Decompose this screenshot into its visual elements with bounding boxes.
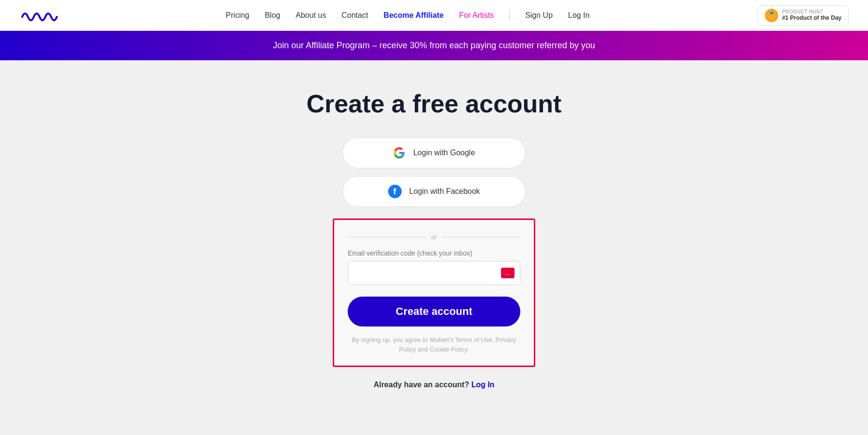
- product-hunt-badge[interactable]: 🏅 PRODUCT HUNT #1 Product of the Day: [758, 5, 849, 26]
- affiliate-banner[interactable]: Join our Affiliate Program – receive 30%…: [0, 31, 868, 60]
- logo[interactable]: [19, 6, 58, 25]
- navbar: Pricing Blog About us Contact Become Aff…: [0, 0, 868, 31]
- main-content: Create a free account Login with Google …: [0, 60, 868, 435]
- ph-title: #1 Product of the Day: [782, 14, 841, 21]
- nav-contact[interactable]: Contact: [341, 11, 368, 20]
- google-icon: [393, 147, 406, 159]
- nav-signup[interactable]: Sign Up: [525, 11, 553, 20]
- login-link-label: Log In: [471, 381, 494, 389]
- create-account-button[interactable]: Create account: [348, 297, 520, 326]
- or-line-left: [348, 237, 425, 237]
- nav-blog[interactable]: Blog: [265, 11, 280, 20]
- already-label: Already have an account?: [374, 381, 469, 389]
- page-title: Create a free account: [307, 89, 562, 118]
- facebook-icon: f: [388, 185, 402, 198]
- nav-links: Pricing Blog About us Contact Become Aff…: [226, 11, 589, 20]
- nav-login[interactable]: Log In: [568, 11, 589, 20]
- banner-text: Join our Affiliate Program – receive 30%…: [273, 41, 595, 50]
- nav-divider: [509, 11, 510, 20]
- nav-artists[interactable]: For Artists: [459, 11, 494, 20]
- facebook-login-label: Login with Facebook: [409, 187, 480, 196]
- terms-text: By signing up, you agree to Mubert's Ter…: [348, 335, 520, 354]
- nav-affiliate[interactable]: Become Affiliate: [383, 11, 444, 20]
- google-login-button[interactable]: Login with Google: [342, 137, 526, 168]
- facebook-login-button[interactable]: f Login with Facebook: [342, 176, 526, 207]
- or-divider: or: [348, 233, 520, 241]
- ph-label: PRODUCT HUNT: [782, 9, 841, 14]
- nav-pricing[interactable]: Pricing: [226, 11, 249, 20]
- email-input-wrap: ...: [348, 261, 520, 285]
- google-login-label: Login with Google: [413, 149, 475, 157]
- sms-icon: ...: [501, 268, 515, 278]
- email-input[interactable]: [348, 261, 520, 285]
- ph-text: PRODUCT HUNT #1 Product of the Day: [782, 9, 841, 21]
- or-line-right: [443, 237, 520, 237]
- or-text: or: [431, 233, 437, 241]
- already-account-text: Already have an account? Log In: [374, 381, 495, 389]
- create-account-label: Create account: [396, 305, 473, 317]
- login-link[interactable]: Log In: [471, 381, 494, 389]
- icon-dots: ...: [505, 271, 510, 276]
- email-form-container: or Email verification code (check your i…: [333, 218, 535, 367]
- medal-icon: 🏅: [765, 9, 778, 22]
- nav-about[interactable]: About us: [296, 11, 326, 20]
- email-field-label: Email verification code (check your inbo…: [348, 249, 520, 257]
